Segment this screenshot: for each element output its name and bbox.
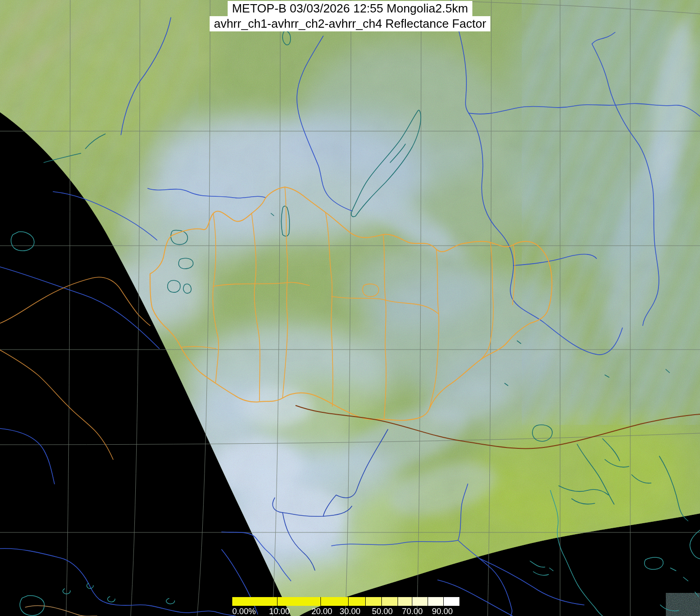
title-line-2: avhrr_ch1-avhrr_ch2-avhrr_ch4 Reflectanc…: [210, 16, 490, 31]
colorbar-segment: [428, 597, 443, 606]
title-block: METOP-B 03/03/2026 12:55 Mongolia2.5km a…: [0, 1, 700, 31]
satellite-product-window: METOP-B 03/03/2026 12:55 Mongolia2.5km a…: [0, 0, 700, 616]
corner-sea-texture: [666, 593, 700, 616]
colorbar-segment: [412, 597, 428, 606]
colorbar-label: 20.00: [311, 607, 332, 616]
colorbar-segment: [320, 597, 348, 606]
satellite-map-image: [0, 0, 700, 616]
colorbar-segment: [348, 597, 365, 606]
title-line-1: METOP-B 03/03/2026 12:55 Mongolia2.5km: [228, 1, 472, 16]
colorbar-segment: [443, 597, 459, 606]
colorbar-label: 90.00: [432, 607, 453, 616]
colorbar-label: 30.00: [339, 607, 360, 616]
colorbar-segment: [277, 597, 320, 606]
colorbar-label: 10.00: [269, 607, 290, 616]
colorbar-segment: [398, 597, 411, 606]
colorbar-label: 0.00%: [232, 607, 256, 616]
colorbar-label: 70.00: [402, 607, 422, 616]
colorbar-segment: [365, 597, 381, 606]
colorbar: [232, 597, 459, 606]
colorbar-label: 50.00: [372, 607, 392, 616]
colorbar-segment: [381, 597, 398, 606]
colorbar-segment: [232, 597, 277, 606]
